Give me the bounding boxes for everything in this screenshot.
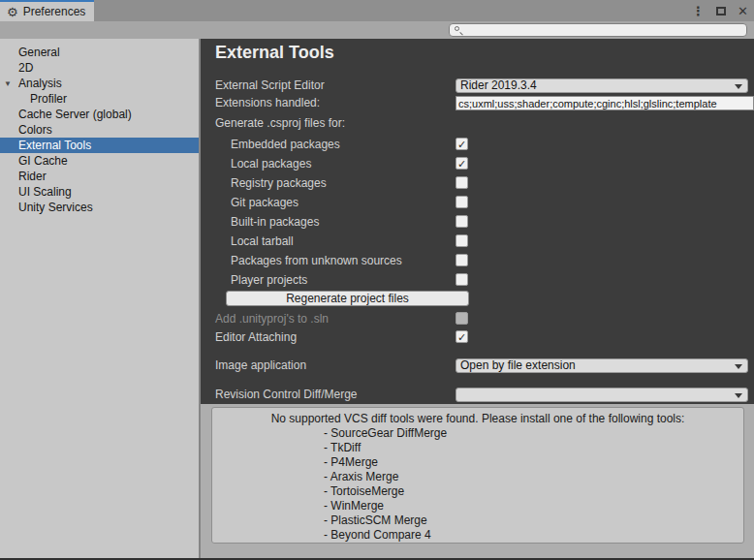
sidebar-item-label: Analysis <box>18 77 62 90</box>
image-application-value: Open by file extension <box>460 358 576 372</box>
vcs-help-intro: No supported VCS diff tools were found. … <box>212 412 743 426</box>
title-bar: ⚙ Preferences ⋮ ✕ <box>0 0 754 21</box>
sidebar-item-rider[interactable]: Rider <box>0 169 199 184</box>
maximize-icon[interactable] <box>716 7 726 16</box>
chevron-down-icon <box>735 393 742 398</box>
vcs-tool-item: - WinMerge <box>212 499 743 513</box>
vcs-tool-item: - SourceGear DiffMerge <box>212 426 743 441</box>
label-image-application: Image application <box>215 358 306 373</box>
close-icon[interactable]: ✕ <box>738 5 748 17</box>
search-icon-circle <box>455 26 459 31</box>
image-application-dropdown[interactable]: Open by file extension <box>456 358 748 373</box>
vcs-tool-item: - PlasticSCM Merge <box>212 513 743 528</box>
extensions-handled-input[interactable] <box>456 96 754 110</box>
sidebar-item-profiler[interactable]: Profiler <box>0 91 199 107</box>
sidebar: General 2D ▼Analysis Profiler Cache Serv… <box>0 39 199 560</box>
window-menu-icon[interactable]: ⋮ <box>692 5 705 17</box>
checkbox-local-tarball[interactable] <box>456 234 468 247</box>
sidebar-item-analysis[interactable]: ▼Analysis <box>0 76 199 91</box>
label-player-projects: Player projects <box>231 272 307 288</box>
label-revision-control: Revision Control Diff/Merge <box>215 387 358 402</box>
checkbox-editor-attaching[interactable]: ✓ <box>456 330 468 343</box>
vcs-tool-item: - Beyond Compare 4 <box>212 528 743 543</box>
chevron-down-icon <box>735 84 742 89</box>
label-unknown-sources: Packages from unknown sources <box>231 253 402 268</box>
vcs-help-box: No supported VCS diff tools were found. … <box>211 407 744 544</box>
page-title: External Tools <box>215 43 334 63</box>
sidebar-item-cache-server[interactable]: Cache Server (global) <box>0 107 199 122</box>
sidebar-item-2d[interactable]: 2D <box>0 60 199 76</box>
sidebar-item-ui-scaling[interactable]: UI Scaling <box>0 184 199 200</box>
foldout-icon[interactable]: ▼ <box>4 77 12 92</box>
checkbox-player-projects[interactable] <box>456 273 468 286</box>
preferences-window: ⚙ Preferences ⋮ ✕ General 2D ▼Analysis P… <box>0 0 754 560</box>
search-icon <box>455 26 463 35</box>
checkbox-git-packages[interactable] <box>456 196 468 208</box>
checkbox-builtin-packages[interactable] <box>456 215 468 228</box>
checkbox-embedded-packages[interactable]: ✓ <box>456 138 468 150</box>
label-builtin-packages: Built-in packages <box>231 214 319 230</box>
label-git-packages: Git packages <box>231 195 298 210</box>
checkbox-unknown-sources[interactable] <box>456 254 468 266</box>
search-input[interactable] <box>466 24 746 36</box>
script-editor-dropdown[interactable]: Rider 2019.3.4 <box>456 78 748 93</box>
tab-title: Preferences <box>23 5 86 18</box>
label-extensions-handled: Extensions handled: <box>215 95 320 110</box>
script-editor-value: Rider 2019.3.4 <box>460 78 537 92</box>
label-embedded-packages: Embedded packages <box>231 137 340 152</box>
vcs-tool-item: - TkDiff <box>212 441 743 455</box>
regenerate-project-files-button[interactable]: Regenerate project files <box>226 291 469 306</box>
checkbox-add-unityproj <box>456 312 468 325</box>
label-local-packages: Local packages <box>231 156 311 171</box>
vcs-tool-item: - P4Merge <box>212 455 743 470</box>
search-icon-handle <box>459 32 463 36</box>
label-registry-packages: Registry packages <box>231 175 327 191</box>
vcs-tool-item: - TortoiseMerge <box>212 484 743 499</box>
label-generate-csproj: Generate .csproj files for: <box>215 115 345 131</box>
label-editor-attaching: Editor Attaching <box>215 329 297 345</box>
toolbar <box>0 21 754 39</box>
label-external-script-editor: External Script Editor <box>215 78 325 93</box>
label-local-tarball: Local tarball <box>231 233 294 249</box>
checkbox-local-packages[interactable]: ✓ <box>456 157 468 170</box>
sidebar-item-colors[interactable]: Colors <box>0 122 199 138</box>
sidebar-item-external-tools[interactable]: External Tools <box>0 138 199 153</box>
sidebar-item-gi-cache[interactable]: GI Cache <box>0 153 199 169</box>
sidebar-item-general[interactable]: General <box>0 45 199 60</box>
label-add-unityproj: Add .unityproj's to .sln <box>215 311 329 327</box>
sidebar-item-unity-services[interactable]: Unity Services <box>0 200 199 215</box>
revision-control-dropdown[interactable] <box>456 388 748 402</box>
checkbox-registry-packages[interactable] <box>456 176 468 189</box>
gear-icon: ⚙ <box>7 6 18 18</box>
chevron-down-icon <box>735 364 742 369</box>
window-controls: ⋮ ✕ <box>692 0 748 21</box>
tab-preferences[interactable]: ⚙ Preferences <box>0 0 94 21</box>
vcs-tool-item: - Araxis Merge <box>212 470 743 484</box>
search-box[interactable] <box>449 23 747 37</box>
